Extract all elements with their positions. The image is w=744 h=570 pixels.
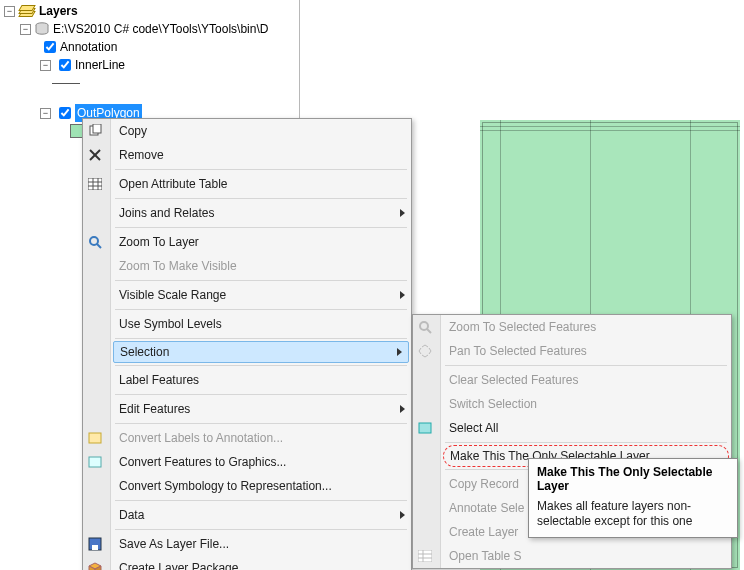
menu-zoom-make-visible: Zoom To Make Visible — [111, 254, 411, 278]
layer-label: InnerLine — [75, 56, 125, 74]
svg-rect-2 — [93, 124, 101, 133]
svg-rect-15 — [92, 545, 98, 550]
collapse-icon[interactable]: − — [20, 24, 31, 35]
layers-icon — [19, 5, 35, 17]
table-icon — [417, 548, 433, 564]
submenu-select-all[interactable]: Select All — [441, 416, 731, 440]
pan-selected-icon — [417, 343, 433, 359]
zoom-selected-icon — [417, 319, 433, 335]
convert-features-icon — [87, 454, 103, 470]
menu-copy[interactable]: Copy — [111, 119, 411, 143]
submenu-open-table: Open Table S — [441, 544, 731, 568]
package-icon — [87, 560, 103, 570]
menu-create-package[interactable]: Create Layer Package... — [111, 556, 411, 570]
convert-labels-icon — [87, 430, 103, 446]
zoom-layer-icon — [87, 234, 103, 250]
svg-line-11 — [97, 244, 101, 248]
tooltip-body: Makes all feature layers non-selectable … — [537, 499, 729, 529]
submenu-arrow-icon — [400, 405, 405, 413]
submenu-pan-selected: Pan To Selected Features — [441, 339, 731, 363]
submenu-arrow-icon — [400, 511, 405, 519]
remove-icon — [87, 147, 103, 163]
menu-use-symbol-levels[interactable]: Use Symbol Levels — [111, 312, 411, 336]
menu-convert-symbology[interactable]: Convert Symbology to Representation... — [111, 474, 411, 498]
copy-icon — [87, 123, 103, 139]
table-icon — [87, 176, 103, 192]
submenu-arrow-icon — [397, 348, 402, 356]
menu-convert-features[interactable]: Convert Features to Graphics... — [111, 450, 411, 474]
menu-zoom-to-layer[interactable]: Zoom To Layer — [111, 230, 411, 254]
innerline-symbol[interactable] — [2, 74, 297, 92]
menu-remove[interactable]: Remove — [111, 143, 411, 167]
geodatabase-icon — [35, 22, 49, 36]
visibility-checkbox[interactable] — [59, 107, 71, 119]
tree-root-label: Layers — [39, 2, 78, 20]
svg-point-10 — [90, 237, 98, 245]
tree-layer-annotation[interactable]: Annotation — [2, 38, 297, 56]
svg-rect-23 — [419, 423, 431, 433]
tree-layer-innerline[interactable]: − InnerLine — [2, 56, 297, 74]
menu-visible-scale-range[interactable]: Visible Scale Range — [111, 283, 411, 307]
tree-datasource[interactable]: − E:\VS2010 C# code\YTools\YTools\bin\D — [2, 20, 297, 38]
select-all-icon — [417, 420, 433, 436]
layer-context-menu: Copy Remove Open Attribute Table Joins a… — [82, 118, 412, 570]
menu-label-features[interactable]: Label Features — [111, 368, 411, 392]
visibility-checkbox[interactable] — [59, 59, 71, 71]
tooltip-title: Make This The Only Selectable Layer — [537, 465, 729, 493]
menu-edit-features[interactable]: Edit Features — [111, 397, 411, 421]
layer-label: Annotation — [60, 38, 117, 56]
collapse-icon[interactable]: − — [4, 6, 15, 17]
submenu-clear-selected: Clear Selected Features — [441, 368, 731, 392]
collapse-icon[interactable]: − — [40, 60, 51, 71]
svg-rect-5 — [88, 178, 102, 190]
svg-point-21 — [420, 322, 428, 330]
menu-save-as-layer[interactable]: Save As Layer File... — [111, 532, 411, 556]
tree-root[interactable]: − Layers — [2, 2, 297, 20]
visibility-checkbox[interactable] — [44, 41, 56, 53]
tooltip: Make This The Only Selectable Layer Make… — [528, 458, 738, 538]
svg-rect-13 — [89, 457, 101, 467]
submenu-zoom-selected: Zoom To Selected Features — [441, 315, 731, 339]
svg-rect-12 — [89, 433, 101, 443]
svg-rect-24 — [418, 550, 432, 562]
menu-joins-relates[interactable]: Joins and Relates — [111, 201, 411, 225]
save-icon — [87, 536, 103, 552]
menu-convert-labels: Convert Labels to Annotation... — [111, 426, 411, 450]
submenu-arrow-icon — [400, 291, 405, 299]
menu-selection[interactable]: Selection — [113, 341, 409, 363]
submenu-arrow-icon — [400, 209, 405, 217]
menu-data[interactable]: Data — [111, 503, 411, 527]
collapse-icon[interactable]: − — [40, 108, 51, 119]
submenu-switch-selection: Switch Selection — [441, 392, 731, 416]
tree-datasource-label: E:\VS2010 C# code\YTools\YTools\bin\D — [53, 20, 268, 38]
svg-line-22 — [427, 329, 431, 333]
menu-open-attribute-table[interactable]: Open Attribute Table — [111, 172, 411, 196]
